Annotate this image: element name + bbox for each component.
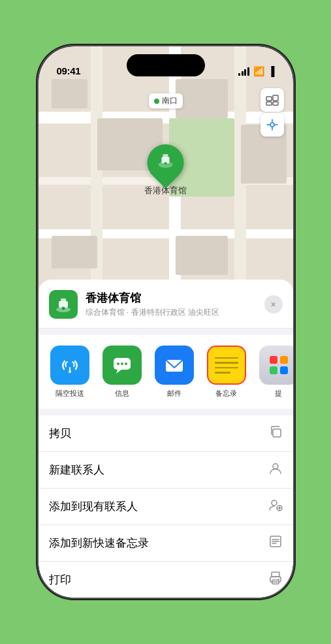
svg-point-12 xyxy=(165,162,167,165)
more-apps-grid xyxy=(270,356,288,374)
svg-point-4 xyxy=(270,123,274,127)
svg-rect-0 xyxy=(266,97,272,101)
action-print[interactable]: 打印 xyxy=(39,562,293,598)
add-contact-icon xyxy=(268,498,283,515)
action-quick-notes[interactable]: 添加到新快速备忘录 xyxy=(39,525,293,562)
notes-lines xyxy=(215,357,238,374)
svg-rect-1 xyxy=(273,95,278,101)
wifi-icon: 📶 xyxy=(253,66,264,76)
venue-info: 香港体育馆 综合体育馆 · 香港特别行政区 油尖旺区 xyxy=(86,291,257,318)
venue-subtitle: 综合体育馆 · 香港特别行政区 油尖旺区 xyxy=(86,307,257,318)
location-button[interactable] xyxy=(260,113,284,137)
action-copy[interactable]: 拷贝 xyxy=(39,415,293,452)
location-pin: 香港体育馆 xyxy=(144,144,187,197)
print-label: 打印 xyxy=(49,572,71,587)
sheet-header: 香港体育馆 综合体育馆 · 香港特别行政区 油尖旺区 × xyxy=(39,280,293,329)
signal-icon xyxy=(238,67,249,76)
bottom-sheet: 香港体育馆 综合体育馆 · 香港特别行政区 油尖旺区 × xyxy=(39,280,293,598)
airdrop-label: 隔空投送 xyxy=(55,389,84,398)
share-apps-list: 隔空投送 信息 xyxy=(49,346,283,398)
print-icon xyxy=(268,571,283,588)
notes-label: 备忘录 xyxy=(215,389,237,398)
share-row: 隔空投送 信息 xyxy=(39,335,293,409)
new-contact-label: 新建联系人 xyxy=(49,462,104,477)
venue-icon xyxy=(49,290,78,319)
svg-point-25 xyxy=(273,464,278,469)
map-location-label: 南口 xyxy=(149,93,183,108)
svg-rect-11 xyxy=(163,154,168,157)
share-app-airdrop[interactable]: 隔空投送 xyxy=(49,346,91,398)
pin-icon xyxy=(157,152,175,174)
messages-icon xyxy=(102,346,142,385)
map-controls xyxy=(260,88,284,137)
close-button[interactable]: × xyxy=(264,295,283,314)
share-app-messages[interactable]: 信息 xyxy=(101,346,143,398)
svg-point-16 xyxy=(61,307,65,310)
battery-icon: ▐ xyxy=(268,66,275,76)
svg-point-20 xyxy=(117,362,119,365)
mail-icon xyxy=(155,346,194,385)
svg-point-26 xyxy=(272,500,277,506)
svg-rect-24 xyxy=(273,429,281,437)
airdrop-icon xyxy=(50,346,89,385)
more-icon xyxy=(259,346,293,385)
mail-label: 邮件 xyxy=(167,389,181,398)
more-label: 提 xyxy=(275,389,282,398)
svg-point-37 xyxy=(278,579,279,580)
svg-point-17 xyxy=(69,370,71,373)
copy-label: 拷贝 xyxy=(49,426,71,441)
pin-marker xyxy=(140,137,191,188)
phone-frame: 09:41 📶 ▐ 南口 xyxy=(39,46,293,598)
action-new-contact[interactable]: 新建联系人 xyxy=(39,452,293,489)
svg-rect-3 xyxy=(273,102,278,105)
svg-rect-34 xyxy=(272,572,279,577)
map-view-button[interactable] xyxy=(260,88,284,112)
new-contact-icon xyxy=(268,461,283,479)
svg-point-22 xyxy=(125,362,127,365)
add-contact-label: 添加到现有联系人 xyxy=(49,499,138,514)
status-icons: 📶 ▐ xyxy=(238,66,274,76)
quick-notes-icon xyxy=(268,534,283,552)
quick-notes-label: 添加到新快速备忘录 xyxy=(49,536,149,551)
copy-icon xyxy=(268,425,283,442)
svg-rect-15 xyxy=(61,298,66,302)
messages-label: 信息 xyxy=(115,389,129,398)
location-text: 南口 xyxy=(162,95,178,106)
location-dot xyxy=(154,99,159,104)
svg-rect-2 xyxy=(266,102,272,105)
dynamic-island xyxy=(127,54,205,76)
action-add-contact[interactable]: 添加到现有联系人 xyxy=(39,489,293,525)
share-app-notes[interactable]: 备忘录 xyxy=(206,346,247,398)
venue-name: 香港体育馆 xyxy=(86,291,257,306)
share-app-more[interactable]: 提 xyxy=(258,346,293,398)
share-app-mail[interactable]: 邮件 xyxy=(153,346,195,398)
svg-marker-19 xyxy=(116,370,121,374)
action-list: 拷贝 新建联系人 xyxy=(39,415,293,598)
svg-point-21 xyxy=(121,362,123,365)
notes-icon xyxy=(207,346,246,385)
status-time: 09:41 xyxy=(57,65,81,76)
